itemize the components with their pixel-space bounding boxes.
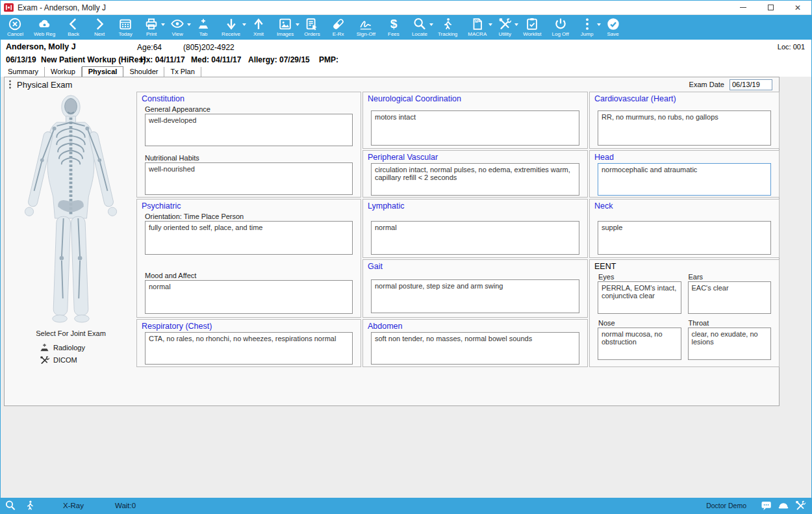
toolbar-webreg-button[interactable]: Web Reg xyxy=(29,16,60,37)
joint-exam-sidebar: Select For Joint Exam Radiology DICOM xyxy=(6,92,136,405)
toolbar-back-button[interactable]: Back xyxy=(60,16,86,37)
statusbar-user: Doctor Demo xyxy=(706,502,746,509)
toolbar-logoff-button[interactable]: Log Off xyxy=(547,16,574,37)
dicom-tools-icon xyxy=(40,355,49,365)
field-label: Mood and Affect xyxy=(145,272,361,279)
tab-shoulder[interactable]: Shoulder xyxy=(123,67,164,77)
peripheral-vascular-field[interactable]: circulation intact, normal pulses, no ed… xyxy=(371,163,579,196)
toolbar-print-button[interactable]: Print xyxy=(138,16,164,37)
lymphatic-field[interactable]: normal xyxy=(371,221,579,255)
eyes-field[interactable]: PERRLA, EOM's intact, conjunctiva clear xyxy=(598,281,681,314)
toolbar-fees-button[interactable]: $ Fees xyxy=(381,16,407,37)
visit-type: New Patient Workup (HiRes) xyxy=(41,55,146,64)
maximize-button[interactable] xyxy=(757,1,784,14)
section-gait: Gait normal posture, step size and arm s… xyxy=(362,259,588,318)
throat-field[interactable]: clear, no exudate, no lesions xyxy=(688,328,772,360)
toolbar-tracking-button[interactable]: Tracking xyxy=(433,16,463,37)
patient-infobar: Anderson, Molly J Age:64 (805)202-4922 L… xyxy=(1,40,811,66)
chat-icon[interactable] xyxy=(761,500,772,511)
field-label: Eyes xyxy=(598,273,681,281)
respiratory-field[interactable]: CTA, no rales, no rhonchi, no wheezes, r… xyxy=(145,332,353,365)
section-title-lymphatic[interactable]: Lymphatic xyxy=(363,199,587,211)
section-title-neck[interactable]: Neck xyxy=(590,199,779,211)
general-appearance-field[interactable]: well-developed xyxy=(145,114,353,146)
toolbar-orders-button[interactable]: Orders xyxy=(299,16,325,37)
toolbar-receive-button[interactable]: Receive xyxy=(216,16,246,37)
field-label: Orientation: Time Place Person xyxy=(145,212,361,220)
skeleton-figure[interactable] xyxy=(19,92,123,324)
statusbar-xray-label: X-Ray xyxy=(63,502,84,509)
toolbar-today-button[interactable]: Today xyxy=(112,16,138,37)
toolbar-jump-button[interactable]: Jump xyxy=(574,16,600,37)
pmp-label: PMP: xyxy=(319,55,338,64)
section-head: Head normocephalic and atraumatic xyxy=(589,150,780,198)
orientation-field[interactable]: fully oriented to self, place, and time xyxy=(145,221,353,255)
toolbar-worklist-button[interactable]: Worklist xyxy=(518,16,546,37)
hx-date: Hx: 04/11/17 xyxy=(140,55,185,64)
section-cardiovascular: Cardiovascular (Heart) RR, no murmurs, n… xyxy=(589,92,780,149)
toolbar-cancel-button[interactable]: Cancel xyxy=(2,16,29,37)
field-label: Ears xyxy=(689,273,772,281)
section-title-abdomen[interactable]: Abdomen xyxy=(363,320,587,331)
toolbar-erx-button[interactable]: E-Rx xyxy=(325,16,351,37)
support-dome-icon[interactable] xyxy=(778,500,789,511)
toolbar-next-button[interactable]: Next xyxy=(86,16,112,37)
close-icon: ✕ xyxy=(794,3,801,12)
field-label: Nutritional Habits xyxy=(145,154,361,162)
toolbar-xmit-button[interactable]: Xmit xyxy=(246,16,272,37)
tab-physical[interactable]: Physical xyxy=(82,66,124,77)
toolbar-view-button[interactable]: View xyxy=(164,16,190,37)
cardiovascular-field[interactable]: RR, no murmurs, no rubs, no gallops xyxy=(598,110,771,146)
gait-field[interactable]: normal posture, step size and arm swing xyxy=(371,279,579,313)
section-title-respiratory[interactable]: Respiratory (Chest) xyxy=(137,320,361,331)
mood-affect-field[interactable]: normal xyxy=(145,280,353,314)
toolbar-utility-button[interactable]: Utility xyxy=(492,16,518,37)
statusbar-wait-count: Wait:0 xyxy=(115,502,136,509)
section-title-head[interactable]: Head xyxy=(590,151,779,162)
section-title-cardiovascular[interactable]: Cardiovascular (Heart) xyxy=(590,92,779,104)
section-title-neurological[interactable]: Neurological Coordination xyxy=(363,92,587,104)
field-label: Nose xyxy=(598,319,681,327)
nutritional-habits-field[interactable]: well-nourished xyxy=(145,162,353,195)
toolbar-signoff-button[interactable]: Sign-Off xyxy=(351,16,381,37)
patient-age: Age:64 xyxy=(137,43,162,52)
tab-workup[interactable]: Workup xyxy=(45,67,82,77)
radiology-link[interactable]: Radiology xyxy=(40,343,102,352)
minimize-button[interactable] xyxy=(730,1,757,14)
document-icon: M xyxy=(470,17,485,31)
tab-plus-icon xyxy=(196,17,211,31)
head-field[interactable]: normocephalic and atraumatic xyxy=(598,163,771,196)
neurological-field[interactable]: motors intact xyxy=(371,110,579,146)
section-title-peripheral-vascular[interactable]: Peripheral Vascular xyxy=(363,151,587,162)
panel-title: Physical Exam xyxy=(17,80,72,90)
walking-person-icon xyxy=(440,17,455,31)
svg-text:$: $ xyxy=(390,17,398,31)
minimize-icon xyxy=(740,7,746,8)
section-psychiatric: Psychiatric Orientation: Time Place Pers… xyxy=(136,199,361,318)
close-button[interactable]: ✕ xyxy=(784,1,811,14)
toolbar-images-button[interactable]: Images xyxy=(272,16,299,37)
grip-icon[interactable] xyxy=(8,80,12,89)
nose-field[interactable]: normal mucosa, no obstruction xyxy=(598,328,681,360)
statusbar-search-icon[interactable] xyxy=(5,500,16,511)
statusbar-tools-icon[interactable] xyxy=(794,500,806,511)
titlebar: Exam - Anderson, Molly J ✕ xyxy=(1,1,811,15)
tab-summary[interactable]: Summary xyxy=(2,67,45,77)
toolbar-tab-button[interactable]: Tab xyxy=(190,16,216,37)
dicom-link[interactable]: DICOM xyxy=(40,355,102,365)
neck-field[interactable]: supple xyxy=(598,221,771,255)
check-circle-icon xyxy=(605,17,621,31)
section-title-gait[interactable]: Gait xyxy=(363,260,587,272)
toolbar-locate-button[interactable]: Locate xyxy=(407,16,433,37)
toolbar-save-button[interactable]: Save xyxy=(600,16,626,37)
abdomen-field[interactable]: soft non tender, no masses, normal bowel… xyxy=(371,332,579,365)
statusbar-tracking-icon[interactable] xyxy=(24,500,36,511)
section-neck: Neck supple xyxy=(589,199,780,258)
section-title-constitution[interactable]: Constitution xyxy=(137,92,361,104)
toolbar-macra-button[interactable]: M MACRA xyxy=(463,16,492,37)
tab-txplan[interactable]: Tx Plan xyxy=(164,67,201,77)
eye-icon xyxy=(170,17,185,31)
exam-date-input[interactable] xyxy=(730,79,772,90)
section-title-psychiatric[interactable]: Psychiatric xyxy=(137,199,361,211)
ears-field[interactable]: EAC's clear xyxy=(688,281,772,314)
